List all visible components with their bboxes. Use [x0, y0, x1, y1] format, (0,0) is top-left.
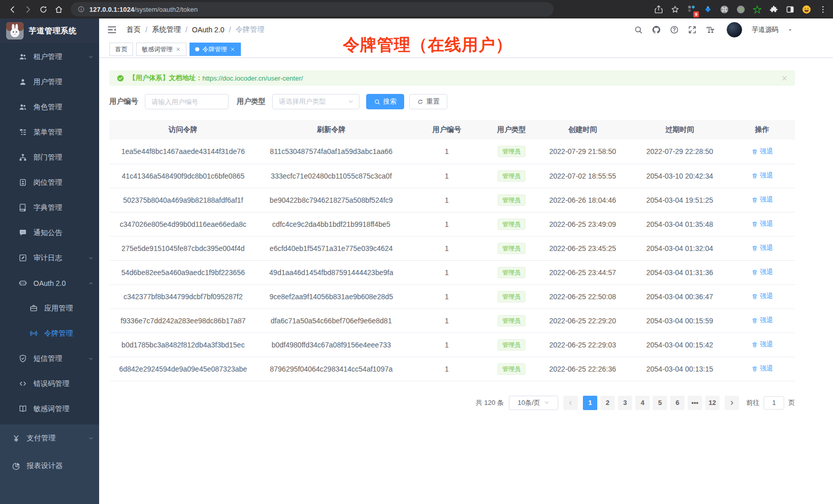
force-logout-button[interactable]: 强退: [751, 219, 773, 228]
cell-refresh-token: cdfc4ce9c2da4bb1bdf21b9918ff4be5: [257, 212, 406, 236]
extensions-puzzle-icon[interactable]: [769, 5, 779, 14]
force-logout-button[interactable]: 强退: [751, 364, 773, 373]
extension-record-icon[interactable]: [736, 5, 746, 14]
table-column-header: 操作: [729, 120, 795, 140]
cell-expire-time: 2054-03-04 00:15:42: [630, 333, 729, 357]
cell-created-time: 2022-06-25 22:50:08: [535, 284, 630, 308]
user-avatar[interactable]: [727, 22, 742, 37]
tab-active-dot: [195, 47, 199, 51]
extension-diamond-icon[interactable]: [703, 5, 713, 14]
breadcrumb-item[interactable]: 首页: [126, 25, 141, 34]
table-row: 41c41346a548490f9dc8b01c6bfe0865333ecfc7…: [109, 164, 795, 188]
sidebar-item-oauth2[interactable]: OAuth 2.0: [0, 270, 99, 296]
profile-emoji-icon[interactable]: [802, 5, 811, 14]
sidebar-item-menu[interactable]: 菜单管理: [0, 120, 99, 145]
force-logout-button[interactable]: 强退: [751, 267, 773, 277]
info-icon[interactable]: [78, 6, 85, 13]
force-logout-button[interactable]: 强退: [751, 147, 773, 156]
user-id-input[interactable]: [145, 94, 229, 109]
sidebar-item-label: 应用管理: [44, 304, 73, 313]
sidebar-item-report[interactable]: 报表设计器: [0, 452, 99, 480]
page-number-button[interactable]: 1: [583, 396, 597, 410]
collapse-sidebar-icon[interactable]: [107, 25, 117, 35]
prev-page-button[interactable]: [563, 396, 578, 410]
cell-created-time: 2022-06-25 23:45:25: [535, 236, 630, 260]
sidebar-item-label: 角色管理: [33, 103, 62, 112]
sidebar-item-oauth2-app[interactable]: 应用管理: [0, 296, 99, 321]
topbar-right: 芋道源码: [634, 22, 793, 37]
page-number-button[interactable]: 3: [618, 396, 632, 410]
page-number-button[interactable]: 4: [635, 396, 650, 410]
side-panel-icon[interactable]: [785, 5, 795, 14]
table-column-header: 创建时间: [535, 120, 630, 140]
trash-icon: [751, 293, 758, 300]
breadcrumb-item[interactable]: 系统管理: [152, 25, 181, 34]
page-size-select[interactable]: 10条/页: [509, 396, 558, 410]
sidebar-item-error-code[interactable]: 错误码管理: [0, 371, 99, 396]
tab-token[interactable]: 令牌管理: [190, 43, 241, 56]
force-logout-button[interactable]: 强退: [751, 171, 773, 180]
user-type-label: 用户类型: [237, 97, 266, 106]
force-logout-button[interactable]: 强退: [751, 195, 773, 204]
fullscreen-icon[interactable]: [688, 25, 697, 34]
page-number-button[interactable]: 5: [653, 396, 667, 410]
page-number-button[interactable]: 2: [600, 396, 615, 410]
browser-menu-kebab-icon[interactable]: [818, 5, 828, 14]
user-type-select[interactable]: 请选择用户类型: [272, 94, 359, 109]
sidebar-item-dept[interactable]: 部门管理: [0, 145, 99, 170]
sidebar-item-audit-log[interactable]: 审计日志: [0, 245, 99, 270]
username[interactable]: 芋道源码: [752, 25, 779, 34]
sidebar-item-user[interactable]: 用户管理: [0, 69, 99, 94]
search-icon[interactable]: [634, 25, 643, 34]
reset-button[interactable]: 重置: [409, 94, 447, 109]
user-caret-down-icon[interactable]: [787, 27, 793, 33]
bookmark-star-icon[interactable]: [670, 5, 680, 14]
search-button[interactable]: 搜索: [366, 94, 404, 109]
share-icon[interactable]: [654, 5, 664, 14]
sidebar-item-post[interactable]: 岗位管理: [0, 170, 99, 195]
extension-command-icon[interactable]: [720, 5, 729, 14]
browser-home-button[interactable]: [51, 2, 66, 16]
sidebar-item-tenant[interactable]: 租户管理: [0, 44, 99, 69]
browser-back-button[interactable]: [5, 2, 20, 16]
browser-reload-button[interactable]: [36, 2, 50, 16]
table-column-header: 用户类型: [488, 120, 535, 140]
page-number-button[interactable]: 6: [670, 396, 685, 410]
force-logout-button[interactable]: 强退: [751, 340, 773, 349]
chevron-down-icon: [88, 255, 94, 261]
sidebar-item-pay[interactable]: 支付管理: [0, 424, 99, 452]
sidebar-item-oauth2-token[interactable]: 令牌管理: [0, 321, 99, 346]
github-icon[interactable]: [652, 25, 661, 34]
force-logout-button[interactable]: 强退: [751, 292, 773, 301]
trash-icon: [751, 365, 758, 372]
sidebar-item-sensitive-word[interactable]: 敏感词管理: [0, 396, 99, 421]
page-number-button[interactable]: 12: [705, 396, 720, 410]
address-bar[interactable]: 127.0.0.1:1024/system/oauth2/token: [71, 2, 554, 16]
extension-star-icon[interactable]: [752, 5, 762, 14]
force-logout-button[interactable]: 强退: [751, 243, 773, 253]
sidebar-item-dict[interactable]: 字典管理: [0, 195, 99, 220]
app-logo[interactable]: 芋道管理系统: [0, 18, 99, 43]
tab-home[interactable]: 首页: [109, 43, 133, 56]
font-size-icon[interactable]: [706, 25, 715, 34]
sidebar-item-label: OAuth 2.0: [33, 279, 66, 287]
alert-close-icon[interactable]: [781, 75, 788, 82]
extension-grid[interactable]: 9: [687, 4, 696, 15]
sidebar-item-notice[interactable]: 通知公告: [0, 220, 99, 245]
help-icon[interactable]: [670, 25, 679, 34]
next-page-button[interactable]: [725, 396, 739, 410]
alert-doc-link[interactable]: https://doc.iocoder.cn/user-center/: [202, 74, 303, 82]
goto-page-input[interactable]: [764, 396, 784, 410]
sidebar-item-label: 审计日志: [33, 254, 62, 263]
sidebar-item-role[interactable]: 角色管理: [0, 94, 99, 120]
tab-sensitive-word[interactable]: 敏感词管理: [136, 43, 186, 56]
breadcrumb-item[interactable]: OAuth 2.0: [192, 26, 224, 34]
cell-refresh-token: b0df4980ffd34c67a08f9156e4eee733: [257, 333, 406, 357]
browser-forward-button[interactable]: [21, 2, 35, 16]
page-ellipsis-button[interactable]: •••: [688, 396, 702, 410]
cell-actions: 强退: [729, 333, 795, 357]
sidebar-item-sms[interactable]: 短信管理: [0, 346, 99, 371]
chevron-left-icon: [567, 400, 574, 406]
force-logout-button[interactable]: 强退: [751, 316, 773, 325]
sidebar-item-label: 部门管理: [33, 153, 62, 162]
